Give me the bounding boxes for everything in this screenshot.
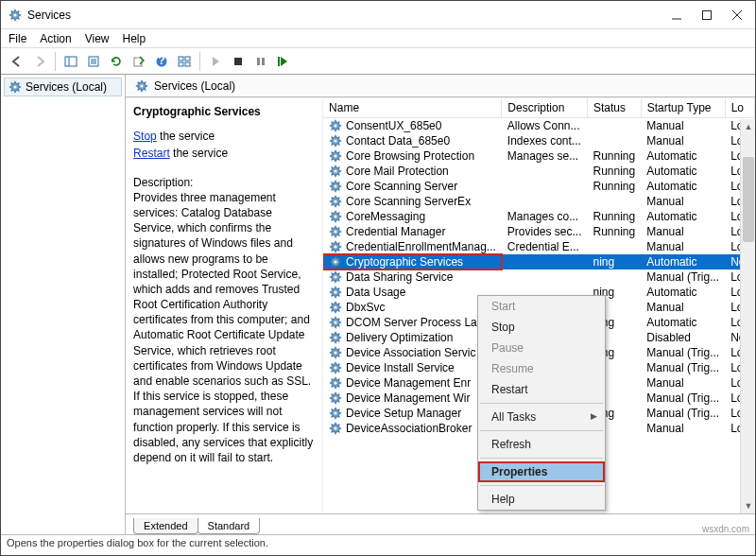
service-row[interactable]: Data Sharing ServiceManual (Trig...Loc	[323, 269, 754, 285]
scroll-up-icon[interactable]: ▲	[741, 119, 755, 134]
service-name: DbxSvc	[346, 301, 385, 314]
properties-toolbar-button[interactable]	[83, 51, 104, 72]
close-button[interactable]	[730, 9, 744, 22]
tab-extended[interactable]: Extended	[133, 518, 198, 534]
service-startup-type: Manual (Trig...	[641, 345, 725, 360]
svg-rect-20	[134, 58, 142, 66]
gear-icon	[329, 331, 342, 344]
service-status: ning	[588, 254, 642, 269]
gear-icon	[329, 316, 342, 329]
service-row[interactable]: Core Browsing ProtectionManages se...Run…	[323, 148, 754, 164]
service-status: Running	[588, 148, 642, 164]
service-startup-type: Automatic	[641, 315, 725, 330]
tab-standard[interactable]: Standard	[198, 518, 261, 534]
service-description: Manages se...	[502, 148, 588, 164]
context-menu: Start Stop Pause Resume Restart All Task…	[477, 295, 606, 511]
title-bar: Services	[1, 1, 755, 29]
service-description: Provides sec...	[502, 224, 588, 239]
gear-icon	[329, 210, 342, 223]
tree-node-label: Services (Local)	[26, 80, 107, 94]
restart-service-button[interactable]	[273, 51, 294, 72]
service-startup-type: Manual (Trig...	[641, 269, 725, 285]
restart-service-link[interactable]: Restart	[133, 147, 170, 160]
service-row[interactable]: CoreMessagingManages co...RunningAutomat…	[323, 209, 754, 224]
col-startup-type[interactable]: Startup Type	[641, 98, 725, 118]
service-row[interactable]: Credential ManagerProvides sec...Running…	[323, 224, 754, 239]
vertical-scrollbar[interactable]: ▲ ▼	[740, 119, 755, 513]
service-description	[502, 179, 588, 194]
col-name[interactable]: Name	[323, 98, 502, 118]
minimize-button[interactable]	[670, 9, 683, 22]
gear-icon	[9, 80, 22, 94]
gear-icon	[135, 79, 148, 93]
service-row[interactable]: Contact Data_685e0Indexes cont...ManualL…	[323, 133, 754, 148]
service-row[interactable]: CredentialEnrollmentManag...Credential E…	[323, 239, 754, 254]
ctx-refresh[interactable]: Refresh	[478, 434, 605, 455]
service-startup-type: Automatic	[641, 148, 725, 164]
scroll-thumb[interactable]	[743, 157, 754, 242]
export-button[interactable]	[129, 51, 149, 72]
service-row[interactable]: Core Scanning ServerExManualLoc	[323, 194, 754, 209]
svg-rect-27	[234, 58, 242, 65]
refresh-button[interactable]	[106, 51, 127, 72]
view-options-button[interactable]	[174, 51, 195, 72]
ctx-stop[interactable]: Stop	[478, 317, 605, 338]
description-label: Description:	[133, 175, 315, 190]
col-status[interactable]: Status	[588, 98, 642, 118]
back-button[interactable]	[7, 51, 27, 72]
menu-view[interactable]: View	[85, 32, 110, 45]
service-row[interactable]: Core Mail ProtectionRunningAutomaticLoc	[323, 164, 754, 179]
ctx-properties[interactable]: Properties	[478, 461, 605, 482]
service-row[interactable]: Cryptographic ServicesningAutomaticNe	[323, 254, 754, 269]
ctx-restart[interactable]: Restart	[478, 379, 605, 400]
service-name: DCOM Server Process La	[346, 316, 477, 329]
service-description	[502, 269, 588, 285]
separator	[480, 430, 603, 431]
gear-icon	[329, 407, 342, 420]
service-status: Running	[588, 209, 642, 224]
service-startup-type: Manual	[641, 133, 725, 148]
service-startup-type: Manual (Trig...	[641, 360, 725, 375]
scroll-down-icon[interactable]: ▼	[741, 498, 755, 513]
menu-file[interactable]: File	[9, 32, 26, 45]
maximize-button[interactable]	[700, 9, 713, 22]
service-name: Device Management Wir	[346, 391, 470, 405]
stop-service-button[interactable]	[228, 51, 249, 72]
service-description: Credential E...	[502, 239, 588, 254]
menu-action[interactable]: Action	[40, 32, 71, 45]
show-hide-tree-button[interactable]	[60, 51, 81, 72]
separator	[480, 403, 603, 404]
ctx-help[interactable]: Help	[478, 489, 605, 510]
col-logon[interactable]: Lo	[725, 98, 754, 118]
svg-rect-26	[185, 62, 190, 66]
service-row[interactable]: ConsentUX_685e0Allows Conn...ManualLoc	[323, 118, 754, 134]
col-description[interactable]: Description	[502, 98, 588, 118]
service-description: Allows Conn...	[502, 118, 588, 134]
forward-button[interactable]	[29, 51, 50, 72]
description-text: Provides three management services: Cata…	[133, 190, 315, 465]
start-service-button[interactable]	[205, 51, 226, 72]
service-status: Running	[588, 224, 642, 239]
gear-icon	[329, 255, 342, 269]
svg-rect-30	[278, 57, 280, 66]
help-toolbar-button[interactable]: ?	[151, 51, 172, 72]
gear-icon	[329, 119, 342, 132]
service-description: Manages co...	[502, 209, 588, 224]
service-row[interactable]: Core Scanning ServerRunningAutomaticLoc	[323, 179, 754, 194]
ctx-start: Start	[478, 296, 605, 317]
service-name: Data Sharing Service	[346, 270, 453, 284]
gear-icon	[329, 180, 342, 193]
list-header-label: Services (Local)	[154, 79, 235, 93]
menu-help[interactable]: Help	[123, 32, 146, 45]
service-startup-type: Automatic	[641, 179, 725, 194]
service-name: Contact Data_685e0	[346, 134, 450, 148]
window-title: Services	[27, 9, 670, 22]
stop-service-link[interactable]: Stop	[133, 130, 157, 143]
tree-node-services-local[interactable]: Services (Local)	[4, 78, 122, 96]
gear-icon	[329, 361, 342, 374]
pause-service-button[interactable]	[250, 51, 271, 72]
gear-icon	[329, 165, 342, 178]
service-description	[502, 254, 588, 269]
ctx-all-tasks[interactable]: All Tasks▶	[478, 407, 605, 427]
service-status	[588, 194, 642, 209]
